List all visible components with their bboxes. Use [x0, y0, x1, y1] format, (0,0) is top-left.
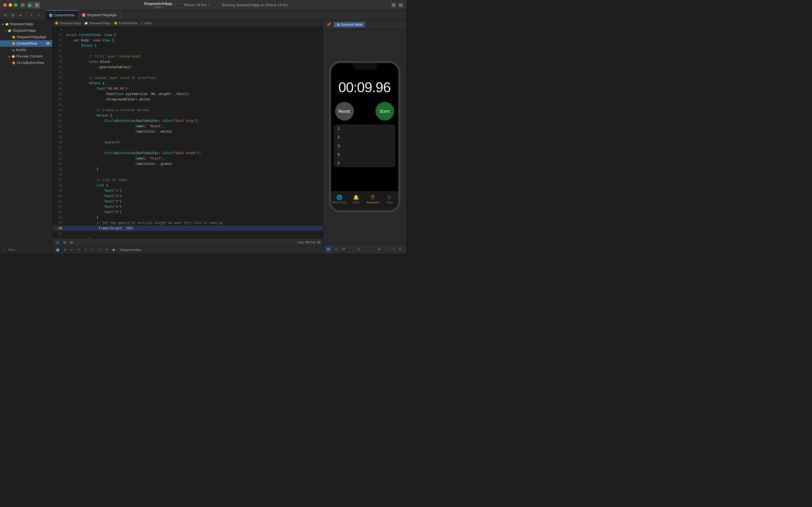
editor-view-btn[interactable]: ⊟: [55, 239, 61, 245]
zoom-out-btn[interactable]: −: [384, 246, 389, 252]
zoom-fit-btn[interactable]: ⊟: [376, 246, 383, 252]
code-line-21[interactable]: .font(Font.system(size: 90, weight: .thi…: [64, 91, 323, 97]
code-line-45[interactable]: // Set the amount of vertical height we …: [64, 220, 323, 226]
code-line-11[interactable]: var body: some View {: [64, 38, 323, 43]
preview-info-btn[interactable]: ℹ: [356, 246, 362, 252]
code-line-17[interactable]: [64, 70, 323, 75]
sidebar-icon-button[interactable]: ⊟: [2, 12, 9, 18]
tab-btn-stepin[interactable]: ↓: [83, 247, 89, 253]
tab-btn-more1[interactable]: ↔: [104, 247, 110, 253]
code-line-9[interactable]: [64, 27, 323, 32]
code-line-24[interactable]: // Create a circular button: [64, 107, 323, 113]
tab-stopwatch-app[interactable]: StopwatchAppApp: [78, 10, 121, 20]
tab-btn-more2[interactable]: ⬢: [111, 247, 117, 253]
phone-tab-alarm[interactable]: 🔔Alarm: [348, 194, 365, 204]
code-line-44[interactable]: }: [64, 215, 323, 220]
start-button[interactable]: Start: [375, 102, 394, 121]
code-line-30[interactable]: Spacer(): [64, 139, 323, 145]
code-line-31[interactable]: [64, 145, 323, 150]
code-line-47[interactable]: [64, 231, 323, 236]
code-line-42[interactable]: Text("4"): [64, 204, 323, 210]
tab-btn-stepover[interactable]: ↪: [76, 247, 81, 253]
preview-play-btn[interactable]: ▶: [326, 246, 332, 252]
sidebar-file-tree: ▶ 📁 StopwatchApp ▾ 📁 StopwatchApp 🔶 Stop…: [0, 20, 52, 67]
code-line-20[interactable]: Text("00:09.96"): [64, 86, 323, 91]
sidebar-item-group[interactable]: ▾ 📁 StopwatchApp: [0, 27, 52, 34]
grid-view-btn[interactable]: ⊞: [69, 239, 75, 245]
preview-layout-btn[interactable]: ◫: [333, 246, 339, 252]
zoom-in-btn[interactable]: +: [391, 246, 396, 252]
sidebar-item-appfile[interactable]: 🔶 StopwatchAppApp: [0, 34, 52, 40]
pin-icon[interactable]: 📌: [326, 22, 332, 27]
add-button[interactable]: +: [392, 3, 396, 7]
preview-grid-btn[interactable]: ⊞: [341, 246, 347, 252]
code-line-46[interactable]: .frame(height: 300): [64, 226, 323, 231]
code-line-16[interactable]: .ignoresSafeArea(): [64, 64, 323, 70]
code-line-36[interactable]: [64, 172, 323, 177]
tab-btn-blue[interactable]: [55, 247, 61, 253]
close-button[interactable]: [3, 3, 7, 7]
stop-button[interactable]: ■: [34, 2, 40, 8]
preview-device-btn[interactable]: 📱: [348, 246, 354, 252]
code-line-28[interactable]: labelColor: .white): [64, 129, 323, 134]
tab-btn-step[interactable]: ↩: [69, 247, 75, 253]
code-line-37[interactable]: // List of times: [64, 177, 323, 183]
add-file-button[interactable]: +: [2, 247, 7, 252]
code-line-29[interactable]: [64, 134, 323, 139]
line-number-21: 21: [53, 91, 64, 97]
phone-tab-world-clock[interactable]: 🌐World Clock: [331, 194, 348, 204]
lap-item-2: 2: [334, 133, 396, 142]
tab-content-view[interactable]: ContentView: [45, 10, 78, 20]
code-line-13[interactable]: [64, 48, 323, 54]
code-line-25[interactable]: HStack {: [64, 113, 323, 118]
code-line-27[interactable]: label: "Reset",: [64, 123, 323, 129]
phone-tab-timer[interactable]: ⏲Timer: [381, 194, 398, 204]
code-line-14[interactable]: // First layer (background): [64, 54, 323, 59]
code-line-43[interactable]: Text("5"): [64, 210, 323, 215]
canvas-view-btn[interactable]: ⊞: [62, 239, 68, 245]
zoom-reset-btn[interactable]: ⊡: [397, 246, 403, 252]
code-line-19[interactable]: VStack {: [64, 80, 323, 86]
tab-btn-pause[interactable]: ⏸: [62, 247, 68, 253]
code-line-15[interactable]: Color.black: [64, 59, 323, 64]
code-line-33[interactable]: label: "Start",: [64, 156, 323, 161]
nav-back-button[interactable]: ‹: [28, 12, 35, 18]
zoom-button[interactable]: [14, 3, 17, 7]
sidebar-toggle-button[interactable]: ⊞: [21, 3, 25, 7]
code-line-12[interactable]: ZStack {: [64, 43, 323, 48]
code-line-22[interactable]: .foregroundColor(.white): [64, 97, 323, 102]
sidebar-item-circlebutton[interactable]: 🔶 CircleButtonView: [0, 60, 52, 66]
line-col-indicator: Line: 46 Col: 36: [297, 241, 321, 244]
code-content[interactable]: struct ContentView: View { var body: som…: [64, 27, 323, 238]
code-line-34[interactable]: labelColor: .green): [64, 161, 323, 167]
code-line-32[interactable]: CircleButtonView(buttonColor: Color("Dar…: [64, 150, 323, 156]
layout-button[interactable]: ◫: [399, 3, 403, 7]
tab-btn-stepout[interactable]: ↑: [90, 247, 96, 253]
code-line-23[interactable]: [64, 102, 323, 107]
nav-forward-button[interactable]: ›: [36, 12, 42, 18]
sidebar-item-preview-content[interactable]: ▶ 📁 Preview Content: [0, 53, 52, 60]
code-line-26[interactable]: CircleButtonView(buttonColor: Color("Dar…: [64, 118, 323, 123]
sidebar-item-root[interactable]: ▶ 📁 StopwatchApp: [0, 21, 52, 27]
reset-button[interactable]: Reset: [335, 102, 354, 121]
content-view-button[interactable]: 🖥 Content View: [334, 22, 365, 27]
device-selector[interactable]: 📱 iPhone 14 Pro ▾: [179, 3, 209, 7]
tab-btn-debug[interactable]: ⬡: [97, 247, 103, 253]
code-line-40[interactable]: Text("2"): [64, 193, 323, 199]
code-line-18[interactable]: // Second layer (rest of interface): [64, 75, 323, 80]
code-line-38[interactable]: List {: [64, 183, 323, 188]
sidebar-item-contentview[interactable]: 🔶 ContentView M: [0, 40, 52, 47]
run-button[interactable]: ▶: [27, 2, 33, 8]
code-line-48[interactable]: }: [64, 236, 323, 238]
code-line-39[interactable]: Text("1"): [64, 188, 323, 193]
minimize-button[interactable]: [9, 3, 12, 7]
lap-item-4: 4: [334, 150, 396, 159]
inspector-button[interactable]: ≡: [17, 12, 23, 18]
navigator-button[interactable]: ▤: [10, 12, 16, 18]
phone-tab-stopwatch[interactable]: ⏱Stopwatch: [365, 194, 382, 204]
code-line-41[interactable]: Text("3"): [64, 199, 323, 204]
code-line-35[interactable]: }: [64, 167, 323, 172]
sidebar-item-assets[interactable]: 🗂 Assets: [0, 47, 52, 53]
code-line-10[interactable]: struct ContentView: View {: [64, 32, 323, 38]
code-editor[interactable]: 9101112131415161718192021222324252627282…: [53, 27, 323, 238]
